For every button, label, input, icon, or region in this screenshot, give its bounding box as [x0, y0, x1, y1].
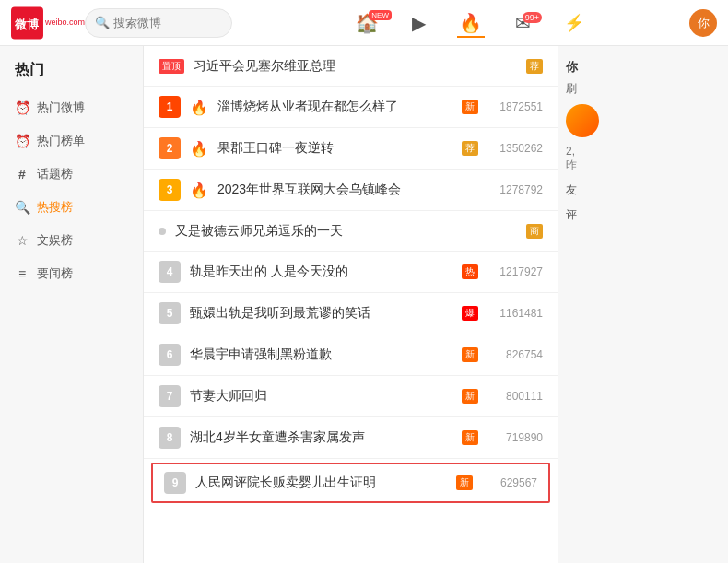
- rank-number: 5: [159, 302, 181, 324]
- hash-icon: #: [15, 167, 29, 182]
- item-count: 1350262: [487, 142, 543, 155]
- search-box[interactable]: 🔍: [85, 8, 232, 38]
- pin-tag: 置顶: [159, 59, 184, 74]
- nav-right: 你: [689, 9, 717, 37]
- right-label-3: 昨: [566, 158, 721, 173]
- list-item[interactable]: 5 甄嬛出轨是我听到最荒谬的笑话 爆 1161481: [144, 293, 558, 334]
- list-item[interactable]: 又是被德云师兄弟逗乐的一天 商: [144, 211, 558, 252]
- sidebar-item-articles[interactable]: ☆ 文娱榜: [0, 224, 143, 257]
- item-tag: 商: [526, 224, 543, 239]
- item-count: 826754: [487, 348, 543, 361]
- nav-item-fire[interactable]: 🔥: [442, 14, 499, 32]
- item-tag: 爆: [462, 306, 478, 321]
- nav-item-video[interactable]: ▶: [395, 14, 442, 32]
- right-label-4: 友: [566, 182, 721, 198]
- rank-number: 7: [159, 385, 181, 407]
- item-count: 1872551: [487, 100, 543, 113]
- item-tag: 荐: [462, 141, 478, 156]
- item-count: 629567: [482, 476, 537, 489]
- extra-icon: ⚡: [564, 15, 584, 31]
- clock2-icon: ⏰: [15, 134, 29, 148]
- sidebar-item-hot-list[interactable]: ⏰ 热门榜单: [0, 124, 143, 158]
- content-area: 置顶 习近平会见塞尔维亚总理 荐 1 🔥 淄博烧烤从业者现在都怎么样了 新 18…: [143, 46, 558, 563]
- item-text: 华晨宇申请强制黑粉道歉: [190, 346, 449, 364]
- item-tag: 新: [462, 347, 478, 362]
- item-text: 人民网评院长贩卖婴儿出生证明: [195, 474, 443, 492]
- video-icon: ▶: [412, 14, 426, 32]
- item-text: 节妻大师回归: [190, 387, 449, 405]
- search2-icon: 🔍: [15, 200, 29, 215]
- flame-icon: 🔥: [190, 99, 208, 116]
- list-item[interactable]: 置顶 习近平会见塞尔维亚总理 荐: [144, 46, 558, 87]
- right-user-row: [566, 104, 721, 137]
- rank-number: 9: [164, 472, 186, 494]
- rank-number: 1: [159, 96, 181, 118]
- list-item-highlighted[interactable]: 9 人民网评院长贩卖婴儿出生证明 新 629567: [151, 463, 550, 503]
- right-label-2: 2,: [566, 145, 721, 158]
- sidebar-item-topics[interactable]: # 话题榜: [0, 158, 143, 191]
- item-text: 2023年世界互联网大会乌镇峰会: [217, 181, 478, 199]
- new-badge: NEW: [369, 10, 392, 21]
- sidebar-item-hot-search[interactable]: 🔍 热搜榜: [0, 191, 143, 224]
- item-count: 1278792: [487, 183, 543, 196]
- item-count: 719890: [487, 431, 543, 444]
- sidebar-label-articles: 文娱榜: [37, 232, 73, 249]
- dot-icon: [159, 228, 166, 235]
- sidebar-item-hot-weibo[interactable]: ⏰ 热门微博: [0, 91, 143, 124]
- mail-badge: 99+: [523, 12, 542, 24]
- list-item[interactable]: 8 湖北4岁半女童遭杀害家属发声 新 719890: [144, 417, 558, 459]
- sidebar-label-hot-weibo: 热门微博: [37, 100, 85, 116]
- list-item[interactable]: 4 轨是昨天出的 人是今天没的 热 1217927: [144, 252, 558, 293]
- item-text: 淄博烧烤从业者现在都怎么样了: [217, 98, 449, 116]
- rank-number: 3: [159, 179, 181, 201]
- rank-number: 4: [159, 261, 181, 283]
- flame-icon: 🔥: [190, 140, 208, 158]
- svg-text:微博: 微博: [14, 17, 39, 30]
- right-panel-title: 你: [566, 53, 721, 81]
- item-text: 又是被德云师兄弟逗乐的一天: [175, 222, 513, 240]
- sidebar-label-hot-search: 热搜榜: [37, 199, 73, 216]
- rank-number: 6: [159, 344, 181, 366]
- item-tag: 新: [456, 475, 473, 490]
- search-icon: 🔍: [95, 16, 110, 29]
- item-count: 1161481: [487, 307, 543, 320]
- right-avatar-1: [566, 104, 599, 137]
- item-text: 轨是昨天出的 人是今天没的: [190, 263, 449, 281]
- nav-items: 🏠 NEW ▶ 🔥 ✉ 99+ ⚡: [251, 14, 689, 32]
- right-panel: 你 刷 2, 昨 友 评: [558, 46, 728, 563]
- logo-subtext: weibo.com: [45, 18, 85, 28]
- item-text: 果郡王口碑一夜逆转: [217, 139, 449, 158]
- rank-number: 2: [159, 137, 181, 159]
- list-item[interactable]: 6 华晨宇申请强制黑粉道歉 新 826754: [144, 334, 558, 376]
- item-tag: 新: [462, 430, 478, 445]
- hot-list: 置顶 习近平会见塞尔维亚总理 荐 1 🔥 淄博烧烤从业者现在都怎么样了 新 18…: [144, 46, 558, 503]
- nav-item-mail[interactable]: ✉ 99+: [499, 14, 547, 32]
- search-input[interactable]: [113, 16, 224, 29]
- nav-item-home[interactable]: 🏠 NEW: [339, 14, 395, 32]
- list-item[interactable]: 1 🔥 淄博烧烤从业者现在都怎么样了 新 1872551: [144, 87, 558, 128]
- user-avatar-icon[interactable]: 你: [689, 9, 717, 37]
- top-navigation: 微博 weibo.com 🔍 🏠 NEW ▶ 🔥 ✉ 99+ ⚡: [0, 0, 728, 46]
- list-item[interactable]: 3 🔥 2023年世界互联网大会乌镇峰会 1278792: [144, 170, 558, 211]
- list-item[interactable]: 7 节妻大师回归 新 800111: [144, 376, 558, 417]
- list-icon: ≡: [15, 266, 29, 281]
- list-item[interactable]: 2 🔥 果郡王口碑一夜逆转 荐 1350262: [144, 128, 558, 170]
- item-text: 习近平会见塞尔维亚总理: [194, 57, 513, 76]
- item-tag: 热: [462, 264, 478, 279]
- nav-item-extra[interactable]: ⚡: [547, 15, 601, 31]
- item-tag: 新: [462, 389, 478, 404]
- sidebar-label-news: 要闻榜: [37, 265, 73, 282]
- item-text: 甄嬛出轨是我听到最荒谬的笑话: [190, 304, 449, 323]
- item-count: 800111: [487, 390, 543, 403]
- logo-area: 微博 weibo.com: [11, 6, 85, 40]
- rank-number: 8: [159, 427, 181, 449]
- main-layout: 热门 ⏰ 热门微博 ⏰ 热门榜单 # 话题榜 🔍 热搜榜 ☆ 文娱榜 ≡ 要闻榜: [0, 46, 728, 563]
- sidebar-label-hot-list: 热门榜单: [37, 133, 85, 149]
- right-subtitle1: 刷: [566, 81, 721, 97]
- item-tag: 新: [462, 100, 478, 114]
- fire-icon: 🔥: [459, 14, 482, 32]
- weibo-logo-icon: 微博: [11, 6, 43, 40]
- star-icon: ☆: [15, 233, 29, 248]
- sidebar-item-news[interactable]: ≡ 要闻榜: [0, 257, 143, 290]
- sidebar-title: 热门: [0, 61, 143, 91]
